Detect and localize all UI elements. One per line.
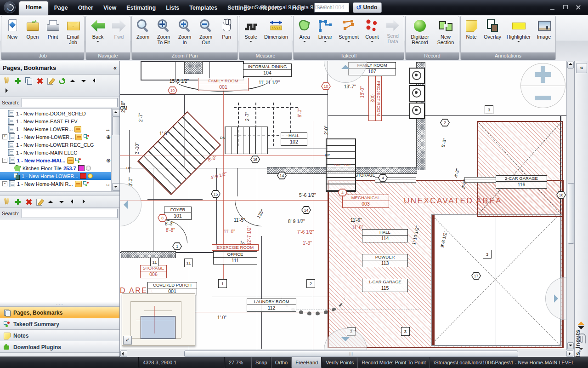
print-button[interactable]: Print (43, 17, 63, 52)
zoom-to-fit-button[interactable]: Zoom To Fit (153, 17, 174, 52)
linear-takeoff-button[interactable]: Linear (315, 17, 336, 52)
sidebar-nav-notes[interactable]: Notes (0, 330, 119, 341)
send-data-button[interactable]: Send Data (383, 17, 403, 52)
scale-button[interactable]: Scale (240, 17, 261, 52)
tab-settings[interactable]: Settings (222, 2, 255, 15)
open-button[interactable]: Open (23, 17, 43, 52)
bookmark-icon[interactable] (2, 76, 11, 85)
move-up-icon[interactable] (68, 76, 78, 85)
dimension-button[interactable]: Dimension (261, 17, 291, 52)
tree-item[interactable]: 1 - New Home-LOWER REC_CLG (0, 141, 112, 149)
back-button[interactable]: Back (87, 17, 109, 52)
count-takeoff-button[interactable]: Count (362, 17, 383, 52)
area-takeoff-button[interactable]: Area (294, 17, 315, 52)
scroll-down-button[interactable] (567, 342, 574, 349)
new-button[interactable]: New (2, 17, 23, 52)
add-bookmark-icon[interactable] (13, 197, 23, 206)
zoom-button[interactable]: Zoom (133, 17, 153, 52)
tab-home[interactable]: Home (19, 1, 48, 15)
note-button[interactable]: Note (462, 17, 481, 52)
pan-left-overlay[interactable] (120, 183, 141, 226)
tree-scroll-thumb[interactable] (112, 117, 119, 135)
add-page-icon[interactable] (13, 76, 23, 85)
copy-page-icon[interactable] (24, 76, 34, 85)
horizontal-scroll-thumb[interactable]: ||| (184, 351, 518, 357)
tree-item[interactable]: 1 - New Home-LOWER...↔ (0, 125, 112, 133)
overlay-button[interactable]: Overlay (481, 17, 504, 52)
horizontal-scrollbar[interactable]: ||| (120, 350, 574, 357)
scroll-up-button[interactable] (567, 62, 574, 69)
vertical-scroll-thumb[interactable] (568, 183, 574, 244)
tree-item[interactable]: -1 - New Home-MAIN R...↔ (0, 180, 112, 188)
scroll-down-button[interactable] (112, 183, 119, 191)
pan-up-overlay[interactable] (324, 61, 367, 83)
overview-thumbnail[interactable]: ↙ (122, 293, 195, 346)
forward-button[interactable]: Fwd (109, 17, 129, 52)
nav-diamond-icon[interactable] (577, 321, 585, 330)
move-left-icon[interactable] (68, 197, 78, 206)
tab-templates[interactable]: Templates (184, 2, 222, 15)
bookmark-properties-icon[interactable] (35, 197, 45, 206)
tree-expander-icon[interactable]: + (2, 134, 7, 139)
sidebar-nav-pages-bookmarks[interactable]: Pages, Bookmarks (0, 307, 119, 318)
tab-lists[interactable]: Lists (161, 2, 184, 15)
tab-other[interactable]: Other (73, 2, 98, 15)
visibility-bulb-icon[interactable] (86, 166, 91, 171)
bookmarks-list[interactable] (0, 219, 119, 303)
bookmark-icon[interactable] (2, 197, 11, 206)
delete-bookmark-icon[interactable] (24, 197, 34, 206)
scroll-up-button[interactable] (112, 109, 119, 117)
snap-toggle[interactable]: Snap (251, 356, 271, 368)
panel-splitter[interactable]: ········· (0, 192, 119, 196)
move-down-icon[interactable] (57, 197, 67, 206)
tab-estimating[interactable]: Estimating (121, 2, 161, 15)
panel-splitter[interactable]: ····· (0, 303, 119, 307)
tree-scrollbar[interactable] (111, 109, 119, 191)
tab-reports[interactable]: Reports (255, 2, 287, 15)
tree-item[interactable]: +1 - New Home-LOWER...⊕ (0, 133, 112, 141)
scroll-right-button[interactable] (566, 351, 573, 357)
tab-page[interactable]: Page (49, 2, 73, 15)
vertical-scrollbar[interactable] (566, 61, 574, 350)
close-button[interactable] (575, 5, 582, 10)
move-right-icon[interactable] (79, 197, 89, 206)
minimize-button[interactable] (549, 5, 556, 10)
undo-button[interactable]: ↺ Undo (353, 2, 382, 13)
tree-item[interactable]: 1 - New Home-LOWER... (0, 172, 112, 180)
zoom-widget-plus-button[interactable] (535, 68, 551, 81)
refresh-icon[interactable] (57, 76, 67, 85)
segment-takeoff-button[interactable]: Segment (336, 17, 362, 52)
tab-view[interactable]: View (98, 2, 121, 15)
tree-expander-icon[interactable]: - (2, 158, 7, 163)
zoom-widget-minus-button[interactable] (535, 96, 551, 100)
visibility-bulb-icon[interactable] (88, 173, 93, 178)
tree-item[interactable]: 1 - New Home-MAIN ELEC (0, 149, 112, 156)
tab-help[interactable]: Help (287, 2, 310, 15)
freehand-toggle[interactable]: FreeHand (291, 356, 322, 368)
move-left-icon[interactable] (90, 76, 100, 85)
thumbnail-corner-button[interactable]: ↙ (123, 336, 132, 345)
sidebar-nav-download-plugins[interactable]: Download Plugins (0, 341, 119, 353)
tree-expander-icon[interactable]: - (2, 181, 7, 186)
restore-button[interactable] (562, 5, 569, 10)
collapse-panel-icon[interactable]: « (113, 64, 117, 71)
tree-item[interactable]: 1 - New Home-DOOR_SCHED (0, 109, 112, 117)
pages-search-input[interactable] (22, 98, 118, 107)
tree-item[interactable]: -1 - New Home-MAI...⊕ (0, 156, 112, 164)
image-button[interactable]: Image (533, 17, 554, 52)
bookmarks-search-input[interactable] (22, 209, 118, 218)
move-up-icon[interactable] (46, 197, 56, 206)
scroll-left-button[interactable] (120, 351, 127, 357)
new-section-button[interactable]: New Section (433, 17, 458, 52)
sidebar-nav-takeoff-summary[interactable]: Takeoff Summary (0, 318, 119, 330)
paperclip-icon[interactable] (578, 334, 586, 344)
pan-button[interactable]: Pan (216, 17, 237, 52)
digitizer-record-button[interactable]: Digitizer Record (407, 17, 433, 52)
app-logo-icon[interactable] (4, 1, 16, 13)
zoom-out-button[interactable]: Zoom Out (195, 17, 216, 52)
tree-item[interactable]: 1 - New Home-EAST ELEV (0, 117, 112, 125)
verify-points-toggle[interactable]: Verify Points (322, 356, 357, 368)
expand-panel-icon[interactable]: « (576, 63, 587, 73)
ortho-toggle[interactable]: Ortho (271, 356, 292, 368)
thumbnail-viewport[interactable] (141, 316, 175, 339)
